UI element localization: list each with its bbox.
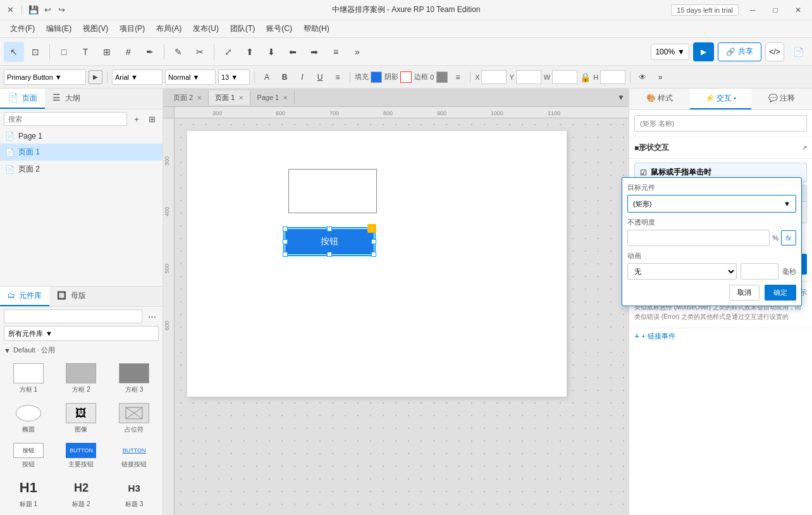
export-button[interactable]: 📄 xyxy=(788,42,808,62)
bold-btn[interactable]: B xyxy=(277,70,292,85)
more-tools[interactable]: » xyxy=(347,42,367,62)
lib-menu-btn[interactable]: ⋯ xyxy=(145,309,159,323)
maximize-btn[interactable]: □ xyxy=(766,4,784,16)
border-color[interactable] xyxy=(436,71,448,83)
comp-h1[interactable]: H1 标题 1 xyxy=(4,475,53,511)
cancel-button[interactable]: 取消 xyxy=(729,285,760,301)
list-btn[interactable]: ≡ xyxy=(330,70,345,85)
close-icon[interactable]: ✕ xyxy=(5,5,15,15)
menu-team[interactable]: 团队(T) xyxy=(225,22,260,36)
save-icon[interactable]: 💾 xyxy=(28,5,39,15)
shape-name-input[interactable] xyxy=(634,115,807,132)
target-select[interactable]: (矩形) ▼ xyxy=(627,195,796,213)
default-lib-label[interactable]: ▼ Default · 公用 xyxy=(0,344,163,357)
shadow-color[interactable] xyxy=(400,71,412,83)
page-canvas[interactable]: 按钮 ⚡ xyxy=(187,131,567,397)
redo-icon[interactable]: ↪ xyxy=(56,5,66,15)
style-select[interactable]: Normal ▼ xyxy=(165,70,216,85)
menu-edit[interactable]: 编辑(E) xyxy=(41,22,77,36)
canvas-tab-pageA[interactable]: Page 1 ✕ xyxy=(250,91,295,104)
pen-tool[interactable]: ✒ xyxy=(140,42,160,62)
italic-btn[interactable]: I xyxy=(295,70,310,85)
handle-bl[interactable] xyxy=(283,252,288,257)
rectangle-tool[interactable]: □ xyxy=(54,42,74,62)
resize-tool[interactable]: ⤢ xyxy=(218,42,238,62)
handle-tl[interactable] xyxy=(283,226,288,232)
crop-tool[interactable]: ⊡ xyxy=(25,42,46,62)
grid-tool[interactable]: # xyxy=(118,42,138,62)
menu-publish[interactable]: 发布(U) xyxy=(188,22,224,36)
fill-color[interactable] xyxy=(371,71,382,83)
comp-placeholder[interactable]: 占位符 xyxy=(109,400,159,437)
page-item-page3[interactable]: 📄 页面 2 xyxy=(0,161,163,178)
w-input[interactable]: 140 xyxy=(552,70,577,84)
tab-outline[interactable]: ☰ 大纲 xyxy=(45,89,87,109)
font-select[interactable]: Arial ▼ xyxy=(112,70,163,85)
comp-h3[interactable]: H3 标题 3 xyxy=(109,475,159,511)
distribute[interactable]: ≡ xyxy=(326,42,346,62)
menu-account[interactable]: 账号(C) xyxy=(261,22,297,36)
comp-button[interactable]: 按钮 按钮 xyxy=(4,440,53,471)
handle-mr[interactable] xyxy=(371,239,376,244)
more-format[interactable]: » xyxy=(653,70,668,85)
handle-tc[interactable] xyxy=(327,226,332,232)
align-bottom[interactable]: ⬇ xyxy=(261,42,281,62)
handle-bc[interactable] xyxy=(327,252,332,257)
border-style-btn[interactable]: ≡ xyxy=(450,70,465,85)
animation-ms-input[interactable]: 500 xyxy=(741,263,778,280)
export-icon[interactable]: ↗ xyxy=(802,144,807,151)
menu-help[interactable]: 帮助(H) xyxy=(298,22,335,36)
tab-library[interactable]: 🗂 元件库 xyxy=(0,287,49,306)
tab-pages[interactable]: 📄 页面 xyxy=(0,89,45,109)
menu-view[interactable]: 视图(V) xyxy=(78,22,113,36)
share-button[interactable]: 🔗 新建交互 共享 xyxy=(718,42,761,61)
tab-annotation[interactable]: 💬 注释 xyxy=(751,89,812,109)
code-button[interactable]: </> xyxy=(765,42,784,61)
canvas-tabs-overflow[interactable]: ▼ xyxy=(613,89,629,106)
handle-br[interactable] xyxy=(371,252,376,257)
confirm-button[interactable]: 确定 xyxy=(765,285,796,301)
element-type-select[interactable]: Primary Button ▼ xyxy=(4,70,86,85)
tab-master[interactable]: 🔲 母版 xyxy=(49,287,93,306)
widget-tool[interactable]: ⊞ xyxy=(97,42,117,62)
comp-primary-button[interactable]: BUTTON 主要按钮 xyxy=(57,440,106,471)
comp-box2[interactable]: 方框 2 xyxy=(57,361,106,397)
underline-btn[interactable]: U xyxy=(312,70,328,85)
library-dropdown[interactable]: 所有元件库 ▼ xyxy=(4,326,159,341)
comp-box3[interactable]: 方框 3 xyxy=(109,361,159,397)
x-input[interactable]: 762 xyxy=(481,70,507,84)
y-input[interactable]: 335 xyxy=(516,70,541,84)
opacity-input[interactable]: 100 xyxy=(627,230,770,246)
select-tool[interactable]: ↖ xyxy=(4,42,24,62)
menu-project[interactable]: 项目(P) xyxy=(114,22,150,36)
rect-element[interactable] xyxy=(288,169,377,213)
comp-link-button[interactable]: BUTTON 链接按钮 xyxy=(109,440,159,471)
style-indicator[interactable]: ▶ xyxy=(89,70,102,84)
lib-search-input[interactable] xyxy=(4,309,142,323)
align-left[interactable]: ⬅ xyxy=(283,42,303,62)
section-header[interactable]: ■ 形状交互 ↗ xyxy=(634,140,807,156)
comp-h2[interactable]: H2 标题 2 xyxy=(57,475,106,511)
comp-image[interactable]: 🖼 图像 xyxy=(57,400,106,437)
comp-box1[interactable]: 方框 1 xyxy=(4,361,53,397)
align-top[interactable]: ⬆ xyxy=(240,42,260,62)
comp-ellipse[interactable]: 椭圆 xyxy=(4,400,53,437)
page-item-page2[interactable]: 📄 页面 1 xyxy=(0,144,163,161)
menu-file[interactable]: 文件(F) xyxy=(5,22,40,36)
h-input[interactable]: 40 xyxy=(600,70,625,84)
close-tab-page2[interactable]: ✕ xyxy=(197,94,202,101)
tab-style[interactable]: 🎨 样式 xyxy=(629,89,690,109)
add-page-btn[interactable]: + xyxy=(130,112,144,126)
page-search-input[interactable] xyxy=(4,112,127,126)
connector-tool[interactable]: ✎ xyxy=(168,42,188,62)
text-tool[interactable]: T xyxy=(75,42,95,62)
size-select[interactable]: 13 ▼ xyxy=(218,70,250,85)
tab-interaction[interactable]: ⚡ 交互 • xyxy=(690,89,751,109)
zoom-dropdown[interactable]: 100% ▼ xyxy=(651,44,689,60)
menu-layout[interactable]: 布局(A) xyxy=(151,22,187,36)
undo-icon[interactable]: ↩ xyxy=(42,5,52,15)
handle-ml[interactable] xyxy=(283,239,288,244)
align-right[interactable]: ➡ xyxy=(304,42,324,62)
page-item-page1[interactable]: 📄 Page 1 xyxy=(0,128,163,144)
minimize-btn[interactable]: ─ xyxy=(744,4,761,16)
